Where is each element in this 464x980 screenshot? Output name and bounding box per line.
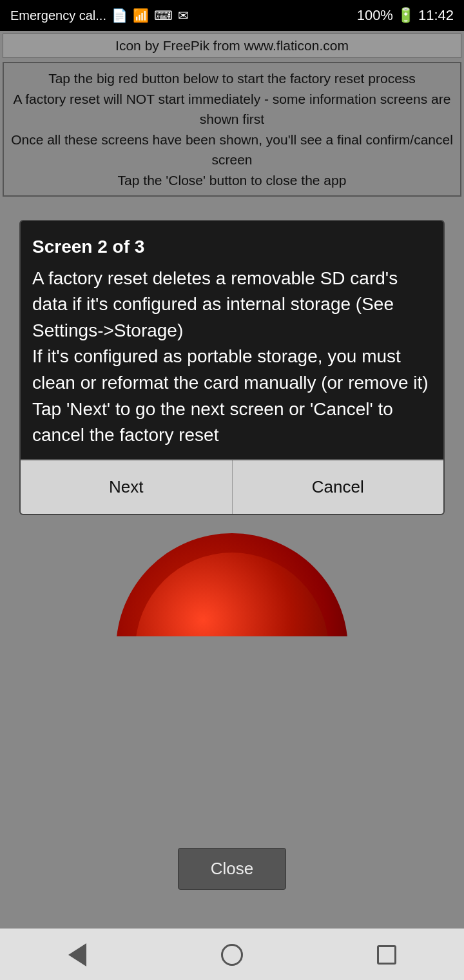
red-circle-button[interactable]	[116, 533, 348, 636]
info-line-3: Once all these screens have been shown, …	[11, 132, 453, 168]
red-circle-button-container	[116, 533, 348, 636]
info-dialog: Screen 2 of 3 A factory reset deletes a …	[19, 220, 445, 515]
info-line-4: Tap the 'Close' button to close the app	[118, 173, 347, 188]
close-button-area: Close	[178, 636, 286, 928]
red-circle-inner	[135, 553, 329, 636]
next-button[interactable]: Next	[21, 460, 233, 514]
wifi-icon: 📶	[133, 8, 149, 23]
status-left: Emergency cal... 📄 📶 ⌨ ✉	[10, 8, 189, 23]
recents-icon	[377, 945, 396, 965]
info-box: Tap the big red button below to start th…	[3, 62, 461, 197]
sim-icon: 📄	[111, 8, 128, 23]
dialog-buttons: Next Cancel	[21, 459, 443, 514]
close-button[interactable]: Close	[178, 848, 286, 890]
dialog-title: Screen 2 of 3	[32, 234, 432, 260]
nav-bar	[0, 928, 464, 980]
info-line-1: Tap the big red button below to start th…	[48, 71, 416, 86]
battery-icon: 🔋	[397, 7, 414, 24]
attribution-bar: Icon by FreePik from www.flaticon.com	[3, 34, 461, 58]
dialog-body: Screen 2 of 3 A factory reset deletes a …	[21, 221, 443, 459]
home-nav-button[interactable]	[213, 936, 251, 974]
back-nav-button[interactable]	[58, 936, 97, 974]
back-icon	[68, 943, 86, 966]
email-icon: ✉	[178, 8, 189, 23]
emergency-call-text: Emergency cal...	[10, 8, 106, 23]
dialog-message: A factory reset deletes a removable SD c…	[32, 266, 432, 449]
status-bar: Emergency cal... 📄 📶 ⌨ ✉ 100% 🔋 11:42	[0, 0, 464, 31]
main-content: Screen 2 of 3 A factory reset deletes a …	[0, 201, 464, 928]
cancel-button[interactable]: Cancel	[233, 460, 444, 514]
home-icon	[221, 944, 243, 966]
info-line-2: A factory reset will NOT start immediate…	[14, 92, 451, 127]
battery-text: 100%	[357, 7, 393, 24]
time-text: 11:42	[418, 7, 454, 24]
status-right: 100% 🔋 11:42	[357, 7, 454, 24]
usb-icon: ⌨	[154, 8, 173, 23]
recents-nav-button[interactable]	[367, 936, 406, 974]
attribution-text: Icon by FreePik from www.flaticon.com	[115, 38, 349, 53]
